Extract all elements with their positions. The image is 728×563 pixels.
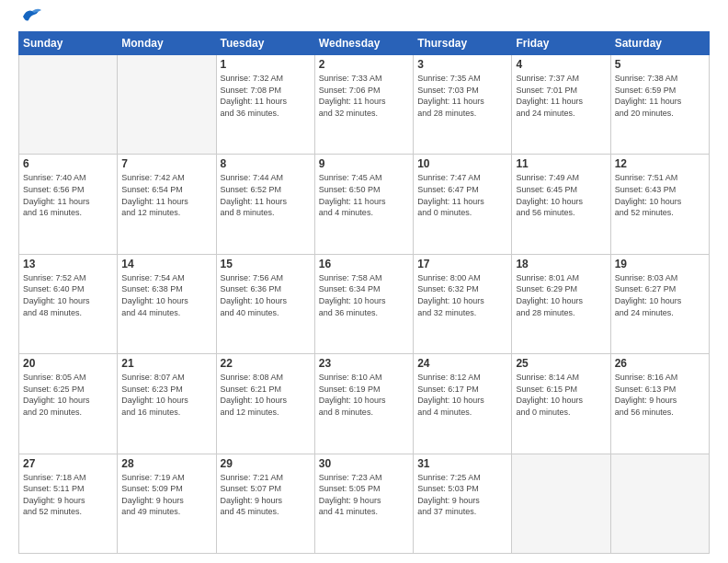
day-number: 15 — [221, 258, 311, 270]
day-info: Sunrise: 8:00 AM Sunset: 6:32 PM Dayligh… — [417, 272, 507, 318]
day-info: Sunrise: 8:03 AM Sunset: 6:27 PM Dayligh… — [615, 272, 705, 318]
calendar-cell: 20Sunrise: 8:05 AM Sunset: 6:25 PM Dayli… — [19, 354, 118, 454]
day-info: Sunrise: 7:33 AM Sunset: 7:06 PM Dayligh… — [319, 73, 409, 119]
day-info: Sunrise: 7:35 AM Sunset: 7:03 PM Dayligh… — [417, 73, 507, 119]
calendar-cell: 27Sunrise: 7:18 AM Sunset: 5:11 PM Dayli… — [19, 454, 118, 553]
calendar-table: SundayMondayTuesdayWednesdayThursdayFrid… — [18, 31, 710, 554]
day-number: 25 — [516, 357, 606, 370]
day-info: Sunrise: 8:05 AM Sunset: 6:25 PM Dayligh… — [23, 372, 113, 418]
day-number: 10 — [417, 157, 507, 170]
calendar-cell: 24Sunrise: 8:12 AM Sunset: 6:17 PM Dayli… — [414, 354, 512, 454]
header — [18, 15, 710, 24]
day-info: Sunrise: 7:54 AM Sunset: 6:38 PM Dayligh… — [121, 272, 211, 318]
day-info: Sunrise: 7:49 AM Sunset: 6:45 PM Dayligh… — [516, 172, 606, 218]
day-number: 21 — [121, 357, 211, 370]
calendar-cell: 25Sunrise: 8:14 AM Sunset: 6:15 PM Dayli… — [512, 354, 610, 454]
weekday-header: Thursday — [414, 32, 512, 55]
day-info: Sunrise: 7:18 AM Sunset: 5:11 PM Dayligh… — [23, 472, 113, 518]
day-info: Sunrise: 7:45 AM Sunset: 6:50 PM Dayligh… — [319, 172, 409, 218]
day-info: Sunrise: 7:32 AM Sunset: 7:08 PM Dayligh… — [221, 73, 311, 119]
day-number: 26 — [615, 357, 705, 370]
day-number: 30 — [319, 457, 409, 470]
day-number: 18 — [516, 258, 606, 270]
page: SundayMondayTuesdayWednesdayThursdayFrid… — [0, 0, 728, 563]
day-number: 14 — [121, 258, 211, 270]
day-info: Sunrise: 7:51 AM Sunset: 6:43 PM Dayligh… — [615, 172, 705, 218]
day-number: 13 — [23, 258, 113, 270]
calendar-cell: 1Sunrise: 7:32 AM Sunset: 7:08 PM Daylig… — [216, 55, 314, 155]
day-info: Sunrise: 7:44 AM Sunset: 6:52 PM Dayligh… — [221, 172, 311, 218]
calendar-cell: 18Sunrise: 8:01 AM Sunset: 6:29 PM Dayli… — [512, 254, 610, 353]
calendar-cell: 5Sunrise: 7:38 AM Sunset: 6:59 PM Daylig… — [610, 55, 709, 155]
day-number: 1 — [221, 58, 311, 71]
day-number: 3 — [417, 58, 507, 71]
calendar-cell: 3Sunrise: 7:35 AM Sunset: 7:03 PM Daylig… — [414, 55, 512, 155]
day-info: Sunrise: 7:37 AM Sunset: 7:01 PM Dayligh… — [516, 73, 606, 119]
day-number: 9 — [319, 157, 409, 170]
calendar-cell: 31Sunrise: 7:25 AM Sunset: 5:03 PM Dayli… — [414, 454, 512, 553]
weekday-header: Sunday — [19, 32, 118, 55]
day-info: Sunrise: 7:56 AM Sunset: 6:36 PM Dayligh… — [221, 272, 311, 318]
calendar-cell: 11Sunrise: 7:49 AM Sunset: 6:45 PM Dayli… — [512, 155, 610, 254]
day-number: 17 — [417, 258, 507, 270]
day-info: Sunrise: 7:42 AM Sunset: 6:54 PM Dayligh… — [121, 172, 211, 218]
calendar-cell: 21Sunrise: 8:07 AM Sunset: 6:23 PM Dayli… — [118, 354, 216, 454]
calendar-cell: 9Sunrise: 7:45 AM Sunset: 6:50 PM Daylig… — [314, 155, 413, 254]
calendar-cell: 17Sunrise: 8:00 AM Sunset: 6:32 PM Dayli… — [414, 254, 512, 353]
day-number: 7 — [121, 157, 211, 170]
calendar-cell: 28Sunrise: 7:19 AM Sunset: 5:09 PM Dayli… — [118, 454, 216, 553]
calendar-cell: 10Sunrise: 7:47 AM Sunset: 6:47 PM Dayli… — [414, 155, 512, 254]
day-info: Sunrise: 8:16 AM Sunset: 6:13 PM Dayligh… — [615, 372, 705, 418]
calendar-cell — [512, 454, 610, 553]
day-number: 6 — [23, 157, 113, 170]
day-info: Sunrise: 7:52 AM Sunset: 6:40 PM Dayligh… — [23, 272, 113, 318]
calendar-cell: 19Sunrise: 8:03 AM Sunset: 6:27 PM Dayli… — [610, 254, 709, 353]
calendar-cell: 14Sunrise: 7:54 AM Sunset: 6:38 PM Dayli… — [118, 254, 216, 353]
day-info: Sunrise: 8:07 AM Sunset: 6:23 PM Dayligh… — [121, 372, 211, 418]
calendar-cell: 13Sunrise: 7:52 AM Sunset: 6:40 PM Dayli… — [19, 254, 118, 353]
day-info: Sunrise: 7:19 AM Sunset: 5:09 PM Dayligh… — [121, 472, 211, 518]
day-info: Sunrise: 8:08 AM Sunset: 6:21 PM Dayligh… — [221, 372, 311, 418]
day-info: Sunrise: 7:38 AM Sunset: 6:59 PM Dayligh… — [615, 73, 705, 119]
calendar-cell — [118, 55, 216, 155]
day-number: 31 — [417, 457, 507, 470]
calendar-cell: 26Sunrise: 8:16 AM Sunset: 6:13 PM Dayli… — [610, 354, 709, 454]
day-number: 11 — [516, 157, 606, 170]
day-number: 8 — [221, 157, 311, 170]
logo — [18, 15, 41, 24]
weekday-header: Monday — [118, 32, 216, 55]
weekday-header: Friday — [512, 32, 610, 55]
day-number: 19 — [615, 258, 705, 270]
weekday-header: Tuesday — [216, 32, 314, 55]
day-number: 4 — [516, 58, 606, 71]
day-number: 23 — [319, 357, 409, 370]
day-info: Sunrise: 8:01 AM Sunset: 6:29 PM Dayligh… — [516, 272, 606, 318]
day-number: 5 — [615, 58, 705, 71]
calendar-cell: 16Sunrise: 7:58 AM Sunset: 6:34 PM Dayli… — [314, 254, 413, 353]
weekday-header: Saturday — [610, 32, 709, 55]
day-info: Sunrise: 8:14 AM Sunset: 6:15 PM Dayligh… — [516, 372, 606, 418]
day-info: Sunrise: 8:10 AM Sunset: 6:19 PM Dayligh… — [319, 372, 409, 418]
calendar-cell: 12Sunrise: 7:51 AM Sunset: 6:43 PM Dayli… — [610, 155, 709, 254]
calendar-cell: 8Sunrise: 7:44 AM Sunset: 6:52 PM Daylig… — [216, 155, 314, 254]
calendar-cell: 29Sunrise: 7:21 AM Sunset: 5:07 PM Dayli… — [216, 454, 314, 553]
day-number: 16 — [319, 258, 409, 270]
day-number: 27 — [23, 457, 113, 470]
day-number: 22 — [221, 357, 311, 370]
calendar-cell: 15Sunrise: 7:56 AM Sunset: 6:36 PM Dayli… — [216, 254, 314, 353]
day-info: Sunrise: 7:21 AM Sunset: 5:07 PM Dayligh… — [221, 472, 311, 518]
day-info: Sunrise: 7:47 AM Sunset: 6:47 PM Dayligh… — [417, 172, 507, 218]
day-number: 20 — [23, 357, 113, 370]
day-info: Sunrise: 8:12 AM Sunset: 6:17 PM Dayligh… — [417, 372, 507, 418]
day-info: Sunrise: 7:40 AM Sunset: 6:56 PM Dayligh… — [23, 172, 113, 218]
day-number: 29 — [221, 457, 311, 470]
calendar-cell: 23Sunrise: 8:10 AM Sunset: 6:19 PM Dayli… — [314, 354, 413, 454]
day-info: Sunrise: 7:25 AM Sunset: 5:03 PM Dayligh… — [417, 472, 507, 518]
day-number: 2 — [319, 58, 409, 71]
calendar-cell: 6Sunrise: 7:40 AM Sunset: 6:56 PM Daylig… — [19, 155, 118, 254]
calendar-cell: 30Sunrise: 7:23 AM Sunset: 5:05 PM Dayli… — [314, 454, 413, 553]
calendar-cell: 4Sunrise: 7:37 AM Sunset: 7:01 PM Daylig… — [512, 55, 610, 155]
calendar-cell: 2Sunrise: 7:33 AM Sunset: 7:06 PM Daylig… — [314, 55, 413, 155]
day-number: 24 — [417, 357, 507, 370]
day-info: Sunrise: 7:58 AM Sunset: 6:34 PM Dayligh… — [319, 272, 409, 318]
